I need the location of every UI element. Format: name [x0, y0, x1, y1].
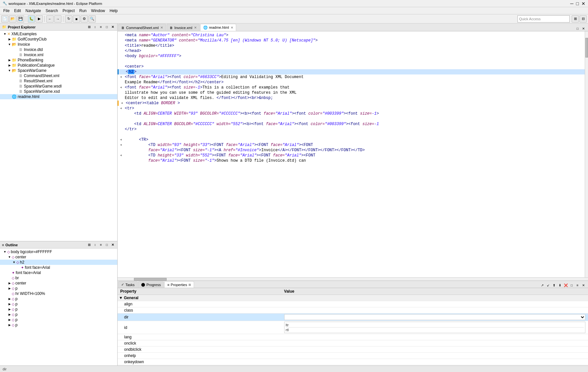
editor-hscrollbar-thumb[interactable]	[134, 278, 167, 281]
tree-item-invoice-folder[interactable]: ▼ 📂 Invoice	[0, 42, 117, 47]
line-gutter[interactable]: ◀	[118, 74, 124, 80]
line-gutter[interactable]: ◀	[118, 137, 124, 142]
outline-action-close[interactable]: ✕	[110, 242, 115, 248]
close-button[interactable]: ✕	[581, 1, 585, 6]
tree-item-invoice-dtd[interactable]: ▶ 🗎 Invoice.dtd	[0, 47, 117, 52]
menu-search[interactable]: Search	[43, 8, 60, 14]
tree-item-publicationcatalogue[interactable]: ▶ 📁 PublicationCatalogue	[0, 63, 117, 68]
toolbar-new-btn[interactable]: 📄	[1, 15, 8, 23]
bottom-action-stop[interactable]: ❌	[563, 283, 568, 288]
tree-item-phonebanking[interactable]: ▶ 📁 PhoneBanking	[0, 57, 117, 63]
bottom-action-up[interactable]: ⬆	[551, 283, 557, 288]
prop-input-align[interactable]	[284, 302, 585, 306]
prop-value-dir[interactable]: ltr rtl	[282, 314, 588, 321]
group-expand-icon[interactable]: ▼	[119, 296, 123, 300]
line-gutter[interactable]: ◀	[119, 101, 125, 106]
maximize-button[interactable]: □	[576, 1, 579, 6]
tree-item-spacewargame-xsd[interactable]: ▶ 🗎 SpaceWarGame.xsd	[0, 89, 117, 94]
prop-value-id[interactable]: ltr rtl	[282, 321, 588, 334]
pe-action-collapse[interactable]: ↕	[92, 24, 98, 30]
editor-scrollbar-thumb[interactable]	[585, 38, 588, 57]
outline-item-p7[interactable]: ▶ ◇ p	[0, 322, 117, 328]
bottom-action-menu[interactable]: ≡	[575, 283, 580, 288]
editor-action-close[interactable]: ✕	[581, 26, 586, 31]
outline-item-body[interactable]: ▼ ◇ body bgcolor=#FFFFFF	[0, 249, 117, 254]
tree-item-invoice-xml[interactable]: ▶ 🗎 Invoice.xml	[0, 52, 117, 57]
line-gutter[interactable]: ◀	[118, 106, 124, 111]
tree-item-xmlexamples[interactable]: ▼ ✕ XMLExamples	[0, 31, 117, 37]
toolbar-back-btn[interactable]: ←	[46, 15, 54, 23]
outline-item-font1[interactable]: ▶ ✦ font face=Arial	[0, 265, 117, 270]
prop-value-lang[interactable]	[282, 334, 588, 340]
prop-value-onkeydown[interactable]	[282, 359, 588, 365]
line-gutter[interactable]: ◀	[118, 85, 124, 90]
menu-help[interactable]: Help	[108, 8, 120, 14]
minimize-button[interactable]: ─	[570, 1, 574, 6]
toolbar-run-btn[interactable]: ▶	[36, 15, 43, 23]
prop-value-onhelp[interactable]	[282, 353, 588, 359]
line-gutter[interactable]: ◀	[118, 142, 124, 148]
prop-input-onhelp[interactable]	[284, 353, 585, 358]
prop-value-ondblclick[interactable]	[282, 347, 588, 353]
toolbar-view1[interactable]: ⊞	[572, 15, 579, 23]
menu-run[interactable]: Run	[77, 8, 89, 14]
editor-scrollbar[interactable]	[585, 31, 588, 277]
outline-item-p3[interactable]: ▶ ◇ p	[0, 301, 117, 307]
outline-item-p1[interactable]: ▶ ◇ p	[0, 286, 117, 291]
tab-properties[interactable]: ≡ Properties ⊠	[164, 281, 194, 288]
code-editor[interactable]: <meta name="Author" content="Christina L…	[118, 31, 588, 277]
toolbar-forward-btn[interactable]: →	[54, 15, 61, 23]
toolbar-save-btn[interactable]: 💾	[17, 15, 24, 23]
menu-edit[interactable]: Edit	[12, 8, 23, 14]
pe-action-minimize[interactable]: □	[104, 24, 109, 30]
menu-navigate[interactable]: Navigate	[24, 8, 43, 14]
toolbar-stop-btn[interactable]: ■	[73, 15, 80, 23]
toolbar-extra2[interactable]: 🔍	[89, 15, 96, 23]
bottom-action-collapse[interactable]: ↙	[546, 283, 551, 288]
prop-value-onclick[interactable]	[282, 340, 588, 347]
tree-item-commandsheet[interactable]: ▶ 🗎 CommandSheet.xml	[0, 73, 117, 78]
quick-access-input[interactable]: Quick Access	[517, 15, 570, 23]
tab-invoice[interactable]: 🗎 Invoice.xml ✕	[167, 24, 200, 31]
outline-item-font2[interactable]: ▶ ✦ font face=Arial	[0, 270, 117, 275]
pe-action-close[interactable]: ✕	[110, 24, 115, 30]
editor-hscrollbar[interactable]	[118, 277, 588, 281]
pe-action-menu[interactable]: ≡	[98, 24, 104, 30]
tree-item-spacewargame[interactable]: ▼ 📂 SpaceWarGame	[0, 68, 117, 73]
tab-progress[interactable]: ⬤ Progress	[138, 281, 164, 288]
toolbar-refresh-btn[interactable]: ↻	[65, 15, 72, 23]
outline-item-center2[interactable]: ▶ ◇ center	[0, 281, 117, 286]
outline-item-p2[interactable]: ▶ ◇ p	[0, 296, 117, 301]
outline-action-collapse[interactable]: ↕	[92, 242, 98, 248]
bottom-action-down[interactable]: ⬇	[557, 283, 563, 288]
menu-window[interactable]: Window	[89, 8, 107, 14]
bottom-action-expand[interactable]: ↗	[540, 283, 545, 288]
outline-action-minimize[interactable]: □	[104, 242, 109, 248]
readme-tab-close[interactable]: ✕	[231, 26, 233, 29]
prop-value-class[interactable]	[282, 307, 588, 314]
prop-input-lang[interactable]	[284, 335, 585, 339]
outline-item-p4[interactable]: ▶ ◇ p	[0, 307, 117, 312]
tree-item-resultsheet[interactable]: ▶ 🗎 ResultSheet.xml	[0, 78, 117, 84]
menu-file[interactable]: File	[1, 8, 11, 14]
outline-item-br[interactable]: ▶ ◇ br	[0, 275, 117, 281]
tab-tasks[interactable]: ✓ Tasks	[118, 281, 138, 288]
toolbar-extra1[interactable]: ⚙	[81, 15, 88, 23]
prop-input-class[interactable]	[284, 308, 585, 313]
tree-item-golfcountryclub[interactable]: ▶ 📁 GolfCountryClub	[0, 37, 117, 42]
toolbar-open-btn[interactable]: 📂	[9, 15, 16, 23]
tree-item-spacewargame-wsdl[interactable]: ▶ 🗎 SpaceWarGame.wsdl	[0, 84, 117, 89]
prop-value-align[interactable]	[282, 301, 588, 307]
outline-item-p5[interactable]: ▶ ◇ p	[0, 312, 117, 317]
outline-action-menu[interactable]: ≡	[98, 242, 104, 248]
outline-item-hr[interactable]: ▶ ◇ hr WIDTH=100%	[0, 291, 117, 296]
prop-select-dir[interactable]: ltr rtl	[284, 314, 585, 320]
editor-action-minimize[interactable]: □	[575, 26, 580, 31]
outline-item-p6[interactable]: ▶ ◇ p	[0, 317, 117, 322]
prop-input-onclick[interactable]	[284, 341, 585, 346]
tree-item-readme[interactable]: ▶ 🌐 readme.html	[0, 94, 117, 99]
toolbar-view2[interactable]: ⊟	[580, 15, 587, 23]
menu-project[interactable]: Project	[60, 8, 76, 14]
tab-commandsheet[interactable]: 🗎 CommandSheet.xml ✕	[118, 24, 166, 31]
outline-item-h2[interactable]: ▼ ◇ h2	[0, 260, 117, 265]
